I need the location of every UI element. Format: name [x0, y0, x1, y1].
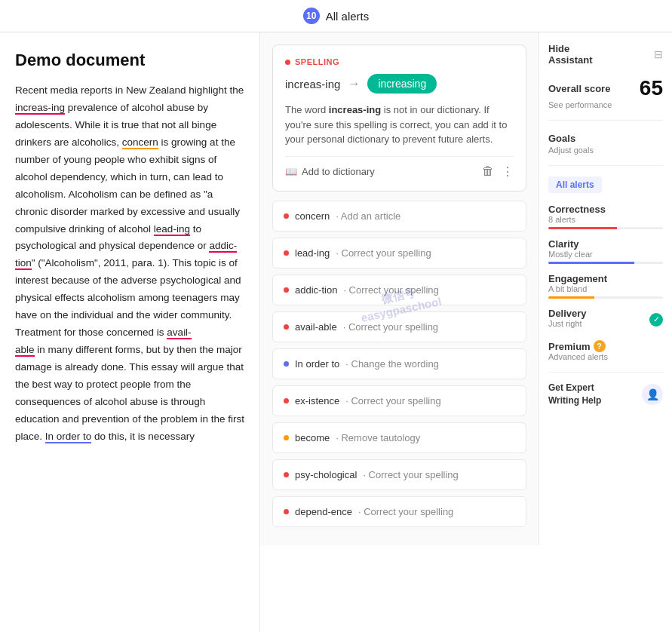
expert-user-icon[interactable]: 👤: [642, 384, 663, 405]
engagement-metric: Engagement A bit bland: [548, 273, 663, 299]
top-bar-title: All alerts: [326, 10, 370, 23]
alert-dot: [284, 287, 289, 293]
alert-dot: [284, 250, 289, 256]
correctness-label: Correctness: [548, 204, 663, 215]
add-to-dictionary-button[interactable]: 📖 Add to dictionary: [285, 166, 375, 177]
document-panel: Demo document Recent media reports in Ne…: [0, 32, 260, 632]
correctness-bar: [548, 227, 663, 229]
alert-dot: [284, 472, 289, 477]
alert-word: In order to: [295, 358, 339, 370]
alert-item[interactable]: ex-istence · Correct your spelling: [272, 385, 526, 416]
delivery-label: Delivery: [548, 308, 587, 319]
main-layout: Demo document Recent media reports in Ne…: [0, 32, 672, 632]
clarity-metric: Clarity Mostly clear: [548, 238, 663, 264]
alert-dot: [284, 509, 289, 514]
document-title: Demo document: [15, 51, 244, 70]
card-icons: 🗑 ⋮: [482, 164, 514, 179]
hide-assistant-label: HideAssistant: [548, 43, 593, 66]
alert-action: · Correct your spelling: [363, 469, 458, 480]
alert-list: concern · Add an article lead-ing · Corr…: [272, 201, 526, 527]
alert-word: psy-chological: [295, 469, 357, 480]
alert-item[interactable]: concern · Add an article: [272, 201, 526, 232]
top-bar: 10 All alerts: [0, 0, 672, 32]
score-value: 65: [640, 76, 663, 100]
word-in-order-to[interactable]: In order to: [45, 431, 92, 443]
alert-item[interactable]: In order to · Change the wording: [272, 348, 526, 379]
premium-sub: Advanced alerts: [548, 352, 663, 361]
word-available[interactable]: avail-able: [15, 327, 192, 357]
delivery-text: Delivery Just right: [548, 308, 587, 331]
engagement-sub: A bit bland: [548, 284, 663, 293]
delivery-metric: Delivery Just right ✓: [548, 308, 663, 331]
word-addiction[interactable]: addic-tion: [15, 240, 237, 270]
alert-item[interactable]: psy-chological · Correct your spelling: [272, 459, 526, 490]
alert-word: depend-ence: [295, 506, 352, 517]
alert-item[interactable]: avail-able · Correct your spelling: [272, 311, 526, 342]
alert-action: · Remove tautology: [336, 432, 420, 443]
word-original: increas-ing: [285, 78, 340, 91]
score-label: Overall score: [548, 83, 610, 94]
alert-action: · Correct your spelling: [343, 321, 438, 333]
premium-section: Premium ? Advanced alerts: [548, 340, 663, 361]
score-row: Overall score 65: [548, 76, 663, 100]
alert-word: become: [295, 432, 330, 443]
alert-action: · Correct your spelling: [336, 247, 431, 259]
alert-item[interactable]: addic-tion · Correct your spelling: [272, 275, 526, 305]
alert-action: · Correct your spelling: [358, 506, 453, 517]
score-section: Overall score 65 See performance: [548, 76, 663, 121]
alert-count-badge: 10: [303, 8, 320, 24]
alert-item[interactable]: depend-ence · Correct your spelling: [272, 496, 526, 527]
card-actions: 📖 Add to dictionary 🗑 ⋮: [285, 156, 514, 179]
alert-action: · Change the wording: [345, 358, 439, 370]
hide-assistant-icon[interactable]: ⊟: [654, 48, 663, 60]
document-body: Recent media reports in New Zealand high…: [15, 82, 244, 446]
see-performance-link[interactable]: See performance: [548, 100, 663, 109]
word-leading[interactable]: lead-ing: [154, 223, 190, 236]
alert-dot: [284, 324, 289, 330]
alert-action: · Add an article: [336, 210, 400, 222]
word-increasing[interactable]: increas-ing: [15, 102, 65, 115]
alert-dot: [284, 213, 289, 219]
correctness-sub: 8 alerts: [548, 215, 663, 224]
spelling-card: SPELLING increas-ing → increasing The wo…: [272, 44, 526, 192]
alert-dot: [284, 361, 289, 367]
spelling-label: SPELLING: [285, 57, 514, 66]
alert-item[interactable]: lead-ing · Correct your spelling: [272, 238, 526, 268]
clarity-sub: Mostly clear: [548, 250, 663, 259]
correctness-metric: Correctness 8 alerts: [548, 204, 663, 229]
sidebar-hide-section: HideAssistant ⊟: [548, 43, 663, 66]
spelling-correction: increas-ing → increasing: [285, 74, 514, 94]
engagement-bar: [548, 296, 663, 299]
more-icon[interactable]: ⋮: [502, 164, 514, 179]
spelling-description: The word increas-ing is not in our dicti…: [285, 103, 514, 147]
alert-word: concern: [295, 210, 330, 222]
alert-word: avail-able: [295, 321, 337, 333]
spelling-word-bold: increas-ing: [329, 104, 381, 115]
delivery-sub: Just right: [548, 319, 587, 328]
alerts-wrapper: SPELLING increas-ing → increasing The wo…: [260, 32, 539, 632]
alerts-panel: SPELLING increas-ing → increasing The wo…: [260, 32, 539, 545]
delivery-row: Delivery Just right ✓: [548, 308, 663, 331]
all-alerts-button[interactable]: All alerts: [548, 176, 602, 193]
engagement-label: Engagement: [548, 273, 663, 284]
delete-icon[interactable]: 🗑: [482, 164, 494, 179]
premium-label: Premium ?: [548, 340, 663, 352]
alert-action: · Correct your spelling: [345, 395, 440, 407]
word-concern[interactable]: concern: [122, 137, 158, 149]
alert-action: · Correct your spelling: [343, 284, 438, 296]
delivery-check-icon: ✓: [649, 313, 663, 327]
alert-item[interactable]: become · Remove tautology: [272, 422, 526, 453]
arrow-icon: →: [348, 77, 360, 91]
adjust-goals-link[interactable]: Adjust goals: [548, 146, 663, 155]
expert-label: Get ExpertWriting Help: [548, 382, 601, 407]
alert-word: ex-istence: [295, 395, 339, 407]
alert-word: addic-tion: [295, 284, 337, 296]
word-corrected[interactable]: increasing: [367, 74, 437, 94]
sidebar: HideAssistant ⊟ Overall score 65 See per…: [539, 32, 672, 632]
alert-dot: [284, 435, 289, 440]
alert-dot: [284, 398, 289, 403]
clarity-label: Clarity: [548, 238, 663, 250]
expert-section: Get ExpertWriting Help 👤: [548, 372, 663, 407]
goals-section: Goals Adjust goals: [548, 133, 663, 166]
goals-label: Goals: [548, 133, 663, 144]
